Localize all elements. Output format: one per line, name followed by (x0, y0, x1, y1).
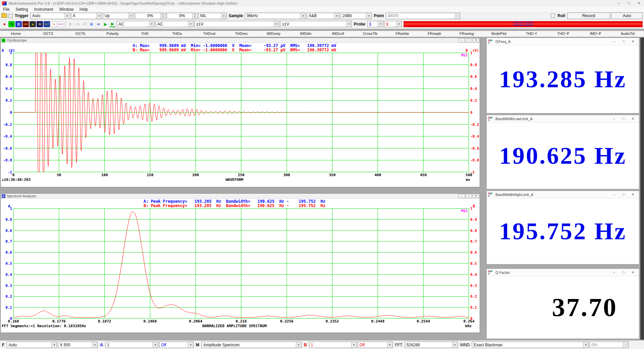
menu-instrument[interactable]: Instrument (31, 7, 56, 12)
auto-scale-button[interactable]: Auto (611, 12, 643, 19)
tab-oct6[interactable]: OCT6 (64, 31, 97, 37)
trigger-edge-select[interactable]: Up▼ (103, 13, 134, 19)
maximize-button[interactable]: □ (624, 0, 634, 7)
gain-select[interactable]: X 500▼ (58, 342, 98, 348)
spinner-arrows-icon[interactable]: ▲▼ (160, 13, 165, 19)
close-button[interactable]: ✕ (634, 0, 644, 7)
close-icon[interactable]: ✕ (628, 115, 638, 122)
oscilloscope-icon[interactable]: ∿ (8, 21, 15, 27)
tab-frwhite[interactable]: FRwhite (386, 31, 419, 37)
sampling-bits-select[interactable]: 24Bit▼ (341, 13, 372, 19)
maximize-button[interactable]: □ (619, 191, 628, 198)
spectrum-3d-plot-icon[interactable]: ▲ (30, 21, 36, 27)
overlap-select[interactable]: 0%▼ (590, 342, 629, 348)
tab-thda[interactable]: THDa (161, 31, 193, 37)
channel-a-select[interactable]: 1▼ (105, 342, 158, 348)
minimize-button[interactable]: – (609, 269, 619, 276)
minimize-button[interactable]: ─ (614, 0, 624, 7)
sampling-rate-select[interactable]: 96kHz▼ (245, 13, 306, 19)
menu-help[interactable]: Help (76, 7, 91, 12)
coupling-b-select[interactable]: AC▼ (156, 21, 194, 27)
spinner-arrows-icon[interactable]: ▲▼ (192, 13, 197, 19)
restore-button[interactable]: □ (466, 38, 472, 42)
channel-b-select[interactable]: 1▼ (309, 342, 357, 348)
trigger-delay-stepper[interactable]: 0%▲▼ (167, 13, 198, 19)
signal-generator-icon[interactable]: ≋ (37, 21, 43, 27)
device-test-plan-icon[interactable]: OUT (44, 21, 50, 27)
hold-icon[interactable]: ‖ (67, 21, 73, 27)
window-function-select[interactable]: Exact Blackman▼ (472, 342, 589, 348)
close-icon[interactable]: ✕ (628, 38, 638, 45)
probe-b-select[interactable]: 1▼ (384, 21, 402, 27)
record-icon[interactable]: ● (1, 21, 8, 27)
close-icon[interactable]: ✕ (473, 38, 479, 42)
oscilloscope-plot[interactable]: Mil (13, 53, 469, 172)
menu-setting[interactable]: Setting (12, 7, 31, 12)
sampling-channels-select[interactable]: A&B▼ (307, 13, 340, 19)
trigger-source-select[interactable]: A▼ (71, 13, 102, 19)
tab-imdccif[interactable]: IMDccif (322, 31, 354, 37)
tab-thd[interactable]: THD (129, 31, 161, 37)
menu-window[interactable]: Window (56, 7, 76, 12)
record-points-select[interactable]: 48000▼ (386, 13, 460, 19)
channel-b-processing-select[interactable]: Off▼ (358, 342, 393, 348)
maximize-button[interactable]: □ (619, 38, 628, 45)
roll-checkbox[interactable] (551, 14, 555, 18)
tab-crosstlk[interactable]: CrossTlk (354, 31, 386, 37)
tab-oct3[interactable]: OCT3 (32, 31, 64, 37)
close-icon[interactable]: ✕ (628, 191, 638, 198)
trigger-level-stepper[interactable]: 0%▲▼ (135, 13, 166, 19)
probe-a-select[interactable]: 1▼ (367, 21, 383, 27)
frequency-range-select[interactable]: Auto▼ (7, 342, 57, 348)
minimize-button[interactable]: – (609, 115, 619, 122)
zero-b-icon[interactable]: ⊥B (81, 21, 88, 27)
minimize-button[interactable]: – (459, 194, 465, 198)
menu-file[interactable]: File (0, 7, 12, 12)
maximize-button[interactable]: □ (619, 269, 628, 276)
trigger-hpf-select[interactable]: NIL▼ (199, 13, 227, 19)
tab-imddin[interactable]: IMDdin (290, 31, 322, 37)
vertical-scrollbar[interactable] (640, 38, 644, 340)
spectrum-title-bar[interactable]: ▥ Spectrum Analyzer – □ ✕ (1, 194, 480, 199)
minimize-button[interactable]: – (459, 38, 465, 42)
minimize-button[interactable]: – (609, 191, 619, 198)
oscilloscope-title-bar[interactable]: ∿ Oscilloscope – □ ✕ (1, 38, 480, 43)
tab-thdres[interactable]: THDres (225, 31, 258, 37)
ddp-panel-header[interactable]: DDP⊕f1Freq_A–□✕ (487, 38, 639, 45)
tab-imd-p[interactable]: IMD~P (580, 31, 612, 37)
multimeter-icon[interactable]: 0000 (22, 21, 29, 27)
tab-frswph[interactable]: FRswph (419, 31, 451, 37)
derived-data-point-icon[interactable]: ≈ (51, 21, 57, 27)
record-button[interactable]: Record (567, 12, 610, 19)
fft-size-select[interactable]: 524288▼ (405, 342, 458, 348)
tab-imdsmp[interactable]: IMDsmp (258, 31, 290, 37)
channel-a-processing-select[interactable]: Off▼ (159, 342, 194, 348)
minimize-button[interactable]: – (609, 38, 619, 45)
range-a-select[interactable]: ±1V▼ (195, 21, 279, 27)
close-icon[interactable]: ✕ (473, 194, 479, 198)
open-file-icon[interactable] (1, 14, 7, 18)
close-icon[interactable]: ✕ (628, 269, 638, 276)
spectrum-plot[interactable]: Mil (13, 208, 469, 318)
range-b-select[interactable]: ±1V▼ (280, 21, 352, 27)
spectrum-analyzer-icon[interactable]: ▥ (15, 21, 22, 27)
tab-home[interactable]: Home (0, 31, 32, 37)
play-icon[interactable]: ▶ (102, 21, 109, 27)
ddp-panel-header[interactable]: DDP⊕BandWidthHighLimit_A–□✕ (487, 191, 639, 198)
zero-a-icon[interactable]: ⊥A (74, 21, 80, 27)
maximize-button[interactable]: □ (619, 115, 628, 122)
restore-button[interactable]: □ (466, 194, 472, 198)
tab-bodeplot[interactable]: BodePlot (483, 31, 515, 37)
trigger-settings-icon[interactable] (8, 14, 13, 18)
ddp-viewer-icon[interactable]: DDP (58, 21, 64, 27)
tab-thdnsl[interactable]: THDnsl (193, 31, 225, 37)
speaker-icon[interactable]: ◀)) (95, 21, 102, 27)
trigger-mode-select[interactable]: Auto▼ (31, 13, 70, 19)
probe-icon[interactable]: ⊕ (88, 21, 95, 27)
tab-thd-f[interactable]: THD~f (515, 31, 547, 37)
tab-polarity[interactable]: Polarity (97, 31, 129, 37)
view-mode-select[interactable]: Amplitude Spectrum▼ (202, 342, 302, 348)
coupling-a-select[interactable]: AC▼ (117, 21, 155, 27)
play-selection-icon[interactable]: ▶ (109, 21, 116, 27)
tab-frswlog[interactable]: FRswlog (451, 31, 483, 37)
